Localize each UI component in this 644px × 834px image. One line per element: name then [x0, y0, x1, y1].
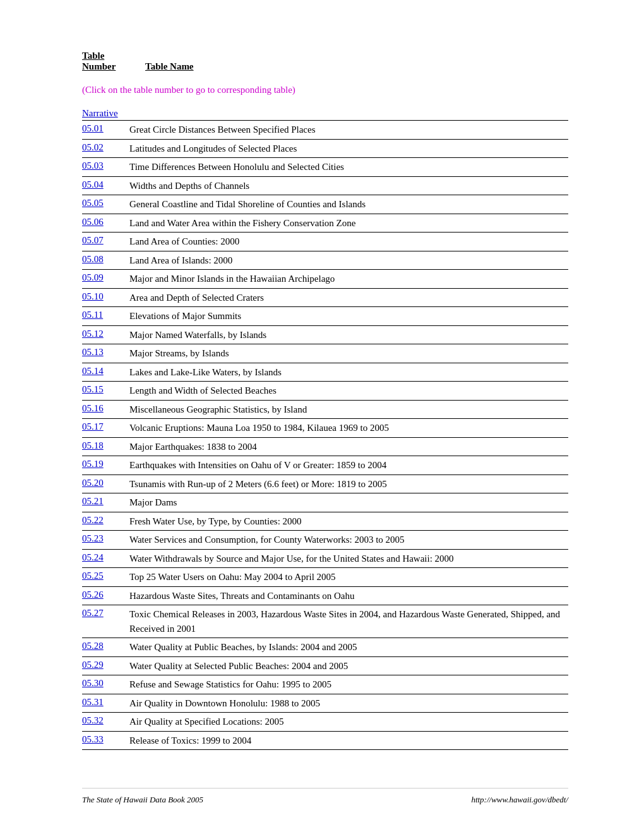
footer: The State of Hawaii Data Book 2005 http:…	[82, 788, 568, 805]
table-row: 05.27Toxic Chemical Releases in 2003, Ha…	[82, 605, 568, 638]
table-row: 05.04Widths and Depths of Channels	[82, 177, 568, 196]
table-name-cell: Earthquakes with Intensities on Oahu of …	[129, 458, 568, 473]
table-number-link[interactable]: 05.26	[82, 589, 129, 600]
table-row: 05.22Fresh Water Use, by Type, by Counti…	[82, 512, 568, 531]
table-row: 05.24Water Withdrawals by Source and Maj…	[82, 550, 568, 569]
table-row: 05.30Refuse and Sewage Statistics for Oa…	[82, 675, 568, 694]
table-name-cell: Tsunamis with Run-up of 2 Meters (6.6 fe…	[129, 477, 568, 492]
table-number-link[interactable]: 05.17	[82, 421, 129, 432]
table-row: 05.32Air Quality at Specified Locations:…	[82, 713, 568, 732]
table-number-link[interactable]: 05.22	[82, 514, 129, 526]
table-number-link[interactable]: 05.08	[82, 253, 129, 265]
table-row: 05.18Major Earthquakes: 1838 to 2004	[82, 438, 568, 457]
table-number-link[interactable]: 05.31	[82, 696, 129, 708]
table-number-link[interactable]: 05.03	[82, 160, 129, 171]
table-row: 05.09Major and Minor Islands in the Hawa…	[82, 270, 568, 289]
table-name-cell: Toxic Chemical Releases in 2003, Hazardo…	[129, 607, 568, 636]
table-number-link[interactable]: 05.24	[82, 552, 129, 563]
table-name-cell: Land Area of Counties: 2000	[129, 234, 568, 249]
table-label: Table	[82, 51, 568, 61]
table-name-cell: Water Withdrawals by Source and Major Us…	[129, 552, 568, 566]
table-name-cell: Widths and Depths of Channels	[129, 179, 568, 193]
table-row: 05.05General Coastline and Tidal Shoreli…	[82, 195, 568, 214]
table-number-link[interactable]: 05.13	[82, 346, 129, 358]
table-number-link[interactable]: 05.15	[82, 384, 129, 395]
table-row: 05.19Earthquakes with Intensities on Oah…	[82, 456, 568, 475]
table-number-link[interactable]: 05.23	[82, 533, 129, 544]
table-name-cell: Time Differences Between Honolulu and Se…	[129, 160, 568, 174]
table-name-cell: Land Area of Islands: 2000	[129, 253, 568, 268]
table-name-cell: Latitudes and Longitudes of Selected Pla…	[129, 142, 568, 156]
table-row: 05.02Latitudes and Longitudes of Selecte…	[82, 140, 568, 159]
table-number-link[interactable]: 05.12	[82, 328, 129, 339]
table-number-link[interactable]: 05.27	[82, 607, 129, 619]
table-name-cell: Top 25 Water Users on Oahu: May 2004 to …	[129, 570, 568, 584]
table-number-link[interactable]: 05.11	[82, 309, 129, 320]
table-number-link[interactable]: 05.04	[82, 179, 129, 190]
table-number-link[interactable]: 05.32	[82, 715, 129, 726]
table-name-cell: Elevations of Major Summits	[129, 309, 568, 323]
table-row: 05.16Miscellaneous Geographic Statistics…	[82, 401, 568, 420]
table-name-cell: Major Dams	[129, 495, 568, 510]
table-name-cell: Water Services and Consumption, for Coun…	[129, 533, 568, 547]
narrative-link[interactable]: Narrative	[82, 108, 118, 119]
table-row: 05.10Area and Depth of Selected Craters	[82, 289, 568, 308]
table-name-cell: Refuse and Sewage Statistics for Oahu: 1…	[129, 677, 568, 692]
table-list: 05.01Great Circle Distances Between Spec…	[82, 120, 568, 750]
table-row: 05.31Air Quality in Downtown Honolulu: 1…	[82, 694, 568, 713]
table-name-cell: Major Named Waterfalls, by Islands	[129, 328, 568, 342]
table-number-link[interactable]: 05.20	[82, 477, 129, 488]
table-row: 05.08Land Area of Islands: 2000	[82, 251, 568, 270]
table-row: 05.07Land Area of Counties: 2000	[82, 233, 568, 251]
number-column-header: Number	[82, 61, 120, 72]
table-number-link[interactable]: 05.29	[82, 659, 129, 670]
table-number-link[interactable]: 05.19	[82, 458, 129, 469]
click-instruction: (Click on the table number to go to corr…	[82, 85, 568, 95]
table-row: 05.26Hazardous Waste Sites, Threats and …	[82, 587, 568, 606]
table-row: 05.13Major Streams, by Islands	[82, 344, 568, 363]
table-name-cell: Major and Minor Islands in the Hawaiian …	[129, 272, 568, 286]
table-row: 05.15Length and Width of Selected Beache…	[82, 382, 568, 401]
table-name-cell: Air Quality at Specified Locations: 2005	[129, 715, 568, 729]
table-name-cell: Air Quality in Downtown Honolulu: 1988 t…	[129, 696, 568, 711]
table-number-link[interactable]: 05.02	[82, 142, 129, 153]
table-number-link[interactable]: 05.18	[82, 440, 129, 451]
table-name-cell: Area and Depth of Selected Craters	[129, 291, 568, 305]
table-name-cell: Major Earthquakes: 1838 to 2004	[129, 440, 568, 454]
table-row: 05.03Time Differences Between Honolulu a…	[82, 158, 568, 177]
table-row: 05.21Major Dams	[82, 493, 568, 512]
table-number-link[interactable]: 05.21	[82, 495, 129, 507]
table-number-link[interactable]: 05.09	[82, 272, 129, 283]
table-name-cell: Hazardous Waste Sites, Threats and Conta…	[129, 589, 568, 603]
table-row: 05.29Water Quality at Selected Public Be…	[82, 657, 568, 676]
header-section: Table Number Table Name	[82, 51, 568, 72]
table-number-link[interactable]: 05.07	[82, 234, 129, 246]
table-number-link[interactable]: 05.30	[82, 677, 129, 689]
table-row: 05.01Great Circle Distances Between Spec…	[82, 121, 568, 140]
table-number-link[interactable]: 05.14	[82, 365, 129, 377]
table-number-link[interactable]: 05.28	[82, 640, 129, 651]
table-name-cell: Fresh Water Use, by Type, by Counties: 2…	[129, 514, 568, 529]
table-number-link[interactable]: 05.06	[82, 216, 129, 227]
table-number-link[interactable]: 05.10	[82, 291, 129, 302]
name-column-header: Table Name	[145, 61, 194, 72]
table-name-cell: Volcanic Eruptions: Mauna Loa 1950 to 19…	[129, 421, 568, 435]
table-name-cell: Release of Toxics: 1999 to 2004	[129, 734, 568, 748]
table-name-cell: Miscellaneous Geographic Statistics, by …	[129, 402, 568, 417]
table-number-link[interactable]: 05.01	[82, 123, 129, 134]
table-number-link[interactable]: 05.33	[82, 734, 129, 745]
table-name-cell: Length and Width of Selected Beaches	[129, 384, 568, 398]
table-name-cell: Water Quality at Public Beaches, by Isla…	[129, 640, 568, 655]
table-name-cell: Major Streams, by Islands	[129, 346, 568, 361]
table-number-link[interactable]: 05.16	[82, 402, 129, 414]
table-row: 05.12Major Named Waterfalls, by Islands	[82, 326, 568, 345]
table-row: 05.17Volcanic Eruptions: Mauna Loa 1950 …	[82, 419, 568, 438]
table-row: 05.06Land and Water Area within the Fish…	[82, 214, 568, 233]
table-name-cell: Lakes and Lake-Like Waters, by Islands	[129, 365, 568, 380]
table-number-link[interactable]: 05.25	[82, 570, 129, 581]
table-row: 05.11Elevations of Major Summits	[82, 307, 568, 326]
table-name-cell: Great Circle Distances Between Specified…	[129, 123, 568, 137]
table-row: 05.28Water Quality at Public Beaches, by…	[82, 638, 568, 657]
table-name-cell: Water Quality at Selected Public Beaches…	[129, 659, 568, 674]
table-number-link[interactable]: 05.05	[82, 197, 129, 208]
